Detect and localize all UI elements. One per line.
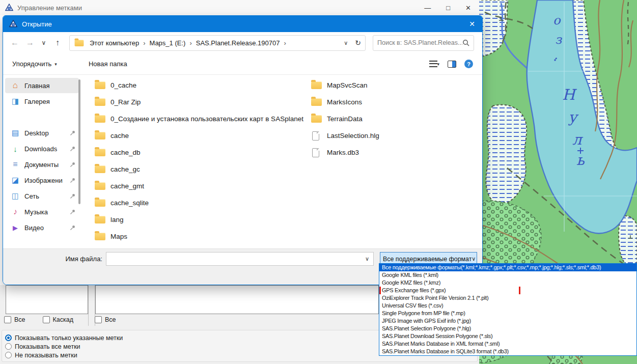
sidebar-item-icon [10, 145, 20, 153]
filetype-option[interactable]: SAS.Planet Marks Database in XML format … [379, 340, 636, 348]
back-button[interactable]: ← [7, 38, 22, 47]
organize-button[interactable]: Упорядочить [12, 60, 57, 68]
file-name: Marks.db3 [327, 149, 359, 156]
filetype-option[interactable]: Single Polygone from MP file (*.mp) [379, 310, 636, 317]
sidebar-item[interactable]: Desktop [5, 125, 79, 141]
preview-pane-icon[interactable] [448, 61, 456, 68]
file-name: Maps [110, 233, 127, 240]
filetype-option[interactable]: Google KML files (*.kml) [379, 271, 636, 279]
filename-combobox[interactable]: ∨ [106, 252, 374, 266]
item-icon [95, 132, 106, 139]
search-box[interactable] [373, 35, 474, 51]
item-icon [95, 115, 106, 123]
sidebar-item[interactable]: Галерея [5, 94, 79, 109]
new-folder-button[interactable]: Новая папка [89, 60, 127, 68]
dialog-close-button[interactable]: ✕ [469, 20, 475, 28]
file-name: MarksIcons [327, 98, 362, 106]
filetype-option[interactable]: GPS Exchange files (*.gpx) [379, 287, 636, 294]
search-input[interactable] [377, 39, 462, 46]
filetype-option[interactable]: Universal CSV files (*.csv) [379, 302, 636, 310]
file-name: lang [110, 216, 124, 223]
window-title: Управление метками [17, 4, 82, 12]
help-icon[interactable] [464, 60, 473, 68]
file-row[interactable]: MapSvcScan [311, 77, 479, 94]
sidebar-item[interactable]: Видео [5, 220, 79, 235]
item-icon [311, 115, 322, 123]
file-browser-body: Главная Галерея Desktop [3, 75, 482, 248]
file-row[interactable]: TerrainData [311, 110, 479, 127]
sidebar-item[interactable]: Изображени [5, 173, 79, 188]
file-row[interactable]: Maps [95, 228, 309, 245]
pin-icon[interactable] [69, 225, 76, 231]
checkbox-item[interactable]: Все [95, 316, 116, 324]
close-button[interactable]: ✕ [465, 4, 471, 12]
marks-category-listbox[interactable] [6, 285, 88, 314]
filetype-option[interactable]: Все поддерживаемые форматы(*.kml;*.kmz;*… [379, 264, 636, 271]
file-row[interactable]: lang [95, 211, 309, 228]
breadcrumb-drive[interactable]: Maps_1 (E:) [150, 39, 186, 47]
file-row[interactable]: cache [95, 127, 309, 144]
filetype-option-label: SAS.Planet Marks Database in SQLite3 for… [382, 348, 509, 354]
file-row[interactable]: LastSelection.hlg [311, 127, 479, 144]
filetype-option[interactable]: SAS.Planet Marks Database in SQLite3 for… [379, 348, 636, 355]
filetype-option-label: OziExplorer Track Point File Version 2.1… [382, 295, 488, 301]
filetype-option[interactable]: SAS.Planet Download Session Polygone (*.… [379, 332, 636, 340]
sidebar-item-label: Видео [24, 224, 69, 232]
file-name: 0_cache [110, 81, 136, 89]
marks-listbox[interactable] [95, 285, 379, 314]
sidebar-item-label: Downloads [24, 145, 69, 153]
sidebar-item[interactable]: Музыка [5, 204, 79, 219]
view-mode-button[interactable]: ▾ [429, 61, 439, 67]
right-checkbox-row: Все [95, 316, 116, 324]
sidebar-scrollbar[interactable] [78, 79, 80, 204]
checkbox-label: Все [14, 316, 25, 323]
file-row[interactable]: MarksIcons [311, 94, 479, 110]
up-button[interactable]: ↑ [50, 38, 65, 47]
sidebar-item[interactable]: Документы [5, 157, 79, 172]
file-row[interactable]: 0_Создание и установка пользовательских … [95, 110, 309, 127]
filetype-option-label: Google KMZ files (*.kmz) [382, 279, 440, 286]
file-row[interactable]: cache_gmt [95, 178, 309, 194]
refresh-icon[interactable]: ↻ [355, 39, 361, 47]
recent-locations-button[interactable]: ∨ [38, 39, 50, 46]
sidebar-item[interactable]: Главная [5, 78, 79, 93]
pin-icon[interactable] [69, 177, 76, 184]
sasplanet-logo-icon [9, 20, 17, 28]
filetype-option[interactable]: Google KMZ files (*.kmz) [379, 279, 636, 287]
filename-input[interactable] [106, 253, 365, 265]
filetype-option[interactable]: OziExplorer Track Point File Version 2.1… [379, 294, 636, 302]
file-name: MapSvcScan [327, 81, 368, 89]
checkbox-item[interactable]: Все [4, 316, 25, 324]
checkbox-item[interactable]: Каскад [43, 316, 73, 324]
filetype-option[interactable]: SAS.Planet Selection Polygone (*.hlg) [379, 325, 636, 332]
file-row[interactable]: cache_sqlite [95, 194, 309, 211]
file-row[interactable]: 0_cache [95, 77, 309, 94]
breadcrumb-folder[interactable]: SAS.Planet.Release.190707 [196, 39, 280, 47]
chevron-down-icon[interactable]: ∨ [365, 256, 369, 262]
left-checkbox-row: Все Каскад [4, 316, 88, 324]
file-row[interactable]: cache_db [95, 144, 309, 161]
pin-icon[interactable] [69, 146, 76, 152]
breadcrumb-this-pc[interactable]: Этот компьютер [90, 39, 139, 47]
minimize-button[interactable]: — [424, 4, 431, 12]
sidebar-item[interactable]: Сеть [5, 188, 79, 204]
radio-button [5, 343, 12, 350]
file-row[interactable]: Marks.db3 [311, 144, 479, 161]
forward-button[interactable]: → [22, 38, 38, 47]
file-name: LastSelection.hlg [327, 132, 379, 139]
pin-icon[interactable] [69, 209, 76, 215]
svg-text:Н: Н [562, 86, 577, 103]
pin-icon[interactable] [69, 161, 76, 168]
address-dropdown-icon[interactable]: ∨ [344, 40, 348, 46]
maximize-button[interactable]: □ [446, 4, 450, 12]
sidebar-item[interactable]: Downloads [5, 141, 79, 156]
file-row[interactable]: cache_gc [95, 161, 309, 178]
marks-manager-titlebar: Управление метками — □ ✕ [0, 0, 479, 15]
filetype-option[interactable]: JPEG Image with GPS Exif info (*.jpg) [379, 317, 636, 325]
address-bar[interactable]: Этот компьютер Maps_1 (E:) SAS.Planet.Re… [69, 35, 366, 51]
pin-icon[interactable] [69, 193, 76, 200]
file-row[interactable]: 0_Rar Zip [95, 94, 309, 110]
sidebar-item-label: Галерея [24, 98, 69, 105]
sidebar-item-label: Desktop [24, 129, 69, 137]
pin-icon[interactable] [69, 130, 76, 136]
